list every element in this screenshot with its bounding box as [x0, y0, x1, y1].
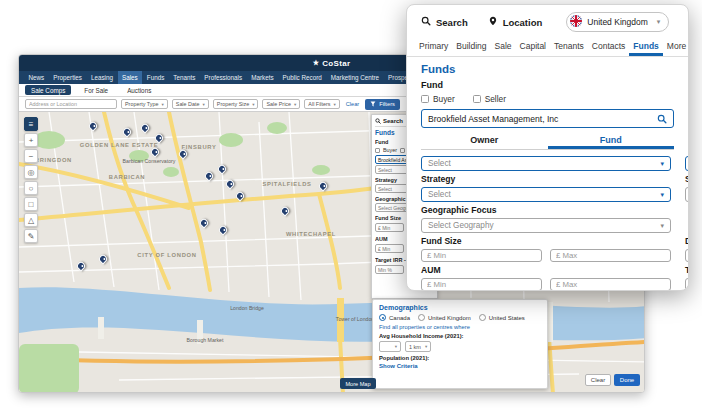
fund-select-primary[interactable]: Select▾ [421, 156, 671, 171]
mini-fund-size-min[interactable]: £ Min [375, 223, 404, 232]
chevron-down-icon: ▾ [660, 191, 664, 199]
mini-buyer-checkbox[interactable] [375, 148, 380, 153]
strategy-label: Strategy [421, 174, 671, 184]
circle-tool-icon[interactable]: ○ [24, 181, 38, 195]
map-pin[interactable] [153, 132, 164, 143]
geography-select[interactable]: Select Geography▾ [421, 218, 671, 233]
map-pin[interactable] [149, 146, 160, 157]
polygon-tool-icon[interactable]: △ [24, 213, 38, 227]
map-pin[interactable] [177, 148, 188, 159]
fund-size-min-input[interactable] [421, 249, 542, 262]
search-icon[interactable] [657, 110, 667, 128]
tab-primary[interactable]: Primary [415, 37, 452, 56]
map-pin[interactable] [203, 170, 214, 181]
tab-funds[interactable]: Funds [629, 37, 663, 56]
location-tab-label: Location [503, 17, 543, 28]
tab-building[interactable]: Building [452, 37, 490, 56]
strategy-select[interactable]: Select▾ [421, 187, 671, 202]
locate-icon[interactable]: ◎ [24, 165, 38, 179]
nav-item-marketing-centre[interactable]: Marketing Centre [326, 71, 383, 84]
done-button[interactable]: Done [614, 374, 640, 386]
nav-item-professionals[interactable]: Professionals [200, 71, 247, 84]
map-pin[interactable] [121, 126, 132, 137]
mini-tab-search[interactable]: Search [375, 118, 403, 124]
irr-gross-min-input[interactable] [685, 278, 689, 291]
chevron-down-icon: ▾ [202, 102, 204, 107]
map-pin[interactable] [217, 224, 228, 235]
tab-tenants[interactable]: Tenants [550, 37, 588, 56]
filterbar-clear-link[interactable]: Clear [346, 101, 359, 107]
overlay-header: Search Location United Kingdom ▾ [407, 5, 688, 37]
funds-title: Funds [421, 63, 674, 75]
mini-irr-net-min[interactable]: Min % [375, 265, 404, 274]
map-pin[interactable] [317, 180, 328, 191]
dry-powder-min-input[interactable] [685, 249, 689, 262]
tab-fund[interactable]: Fund [548, 133, 675, 149]
more-map-button[interactable]: More Map [340, 378, 376, 389]
map-pin[interactable] [216, 163, 227, 174]
zoom-in-icon[interactable]: + [24, 133, 38, 147]
subnav-tab-auctions[interactable]: Auctions [121, 85, 157, 95]
map-pin[interactable] [97, 253, 108, 264]
buyer-checkbox[interactable]: Buyer [421, 94, 455, 104]
map-pin[interactable] [224, 178, 235, 189]
nav-item-tenants[interactable]: Tenants [169, 71, 200, 84]
tab-search[interactable]: Search [421, 16, 468, 28]
fund-size-max-input[interactable] [550, 249, 671, 262]
map-menu-icon[interactable]: ≡ [24, 117, 38, 131]
radio-canada[interactable]: Canada [379, 314, 410, 321]
show-criteria-link[interactable]: Show Criteria [379, 363, 541, 369]
filter-select-sale-price[interactable]: Sale Price▾ [262, 99, 300, 109]
filter-select-all-filters[interactable]: All Filters▾ [304, 99, 339, 109]
radio-united-kingdom[interactable]: United Kingdom [418, 314, 471, 321]
tab-location[interactable]: Location [488, 16, 543, 28]
filter-select-property-size[interactable]: Property Size▾ [213, 99, 259, 109]
map-pin[interactable] [87, 120, 98, 131]
tab-sale[interactable]: Sale [491, 37, 516, 56]
nav-item-news[interactable]: News [24, 71, 49, 84]
subnav-tab-sale-comps[interactable]: Sale Comps [25, 85, 71, 95]
screenshot-stage: ★ CoStar NewsPropertiesLeasingSalesFunds… [0, 0, 702, 409]
subnav-tab-for-sale[interactable]: For Sale [78, 85, 114, 95]
filter-select-label: Sale Date [176, 101, 200, 107]
costar-logo: ★ CoStar [313, 59, 351, 68]
clear-button[interactable]: Clear [585, 374, 611, 386]
map-pin[interactable] [234, 190, 245, 201]
zoom-out-icon[interactable]: − [24, 149, 38, 163]
aum-max-input[interactable] [550, 278, 671, 291]
nav-item-markets[interactable]: Markets [247, 71, 278, 84]
search-tab-label: Search [436, 17, 468, 28]
map-pin[interactable] [198, 217, 209, 228]
nav-item-leasing[interactable]: Leasing [86, 71, 117, 84]
nav-item-funds[interactable]: Funds [142, 71, 169, 84]
nav-item-properties[interactable]: Properties [49, 71, 87, 84]
mini-aum-min[interactable]: £ Min [375, 244, 404, 253]
draw-tool-icon[interactable]: ✎ [24, 229, 38, 243]
filter-select-sale-date[interactable]: Sale Date▾ [172, 99, 209, 109]
structure-select[interactable]: Select▾ [685, 187, 689, 202]
mini-seller-checkbox[interactable] [400, 148, 405, 153]
tab-more[interactable]: More [663, 37, 688, 56]
filter-select-property-type[interactable]: Property Type▾ [121, 99, 168, 109]
funds-form-grid: Select▾ Select▾ Strategy Structure Selec… [421, 156, 674, 291]
income-operator-select[interactable]: ▾ [379, 341, 401, 352]
map-pin[interactable] [279, 205, 290, 216]
radius-select[interactable]: 1 km ▾ [405, 341, 431, 352]
tab-owner[interactable]: Owner [421, 133, 548, 149]
fund-select-secondary[interactable]: Select▾ [685, 156, 689, 171]
nav-item-public-record[interactable]: Public Record [278, 71, 326, 84]
country-select[interactable]: United Kingdom ▾ [566, 12, 669, 32]
map-pin[interactable] [75, 260, 86, 271]
filters-button[interactable]: Filters [365, 99, 400, 110]
nav-item-sales[interactable]: Sales [118, 71, 143, 84]
demographics-panel: Demographics CanadaUnited KingdomUnited … [372, 299, 548, 389]
seller-checkbox[interactable]: Seller [473, 94, 506, 104]
tab-contacts[interactable]: Contacts [588, 37, 630, 56]
map-pin[interactable] [139, 122, 150, 133]
address-location-input[interactable] [25, 99, 117, 109]
aum-min-input[interactable] [421, 278, 542, 291]
rectangle-tool-icon[interactable]: □ [24, 197, 38, 211]
radio-united-states[interactable]: United States [479, 314, 525, 321]
tab-capital[interactable]: Capital [516, 37, 550, 56]
fund-search-input[interactable] [428, 114, 657, 124]
